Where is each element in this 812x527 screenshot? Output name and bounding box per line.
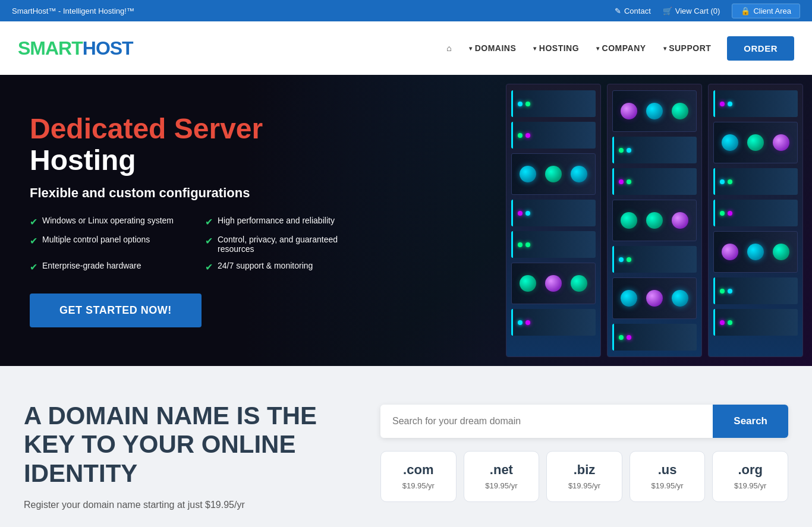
rack-unit-1 <box>506 84 601 357</box>
nav-domains[interactable]: ▾ DOMAINS <box>462 39 523 58</box>
hero-content: Dedicated Server Hosting Flexible and cu… <box>0 90 392 351</box>
brand-tagline: SmartHost™ - Intelligent Hosting!™ <box>12 7 134 15</box>
hero-subtitle: Flexible and custom configurations <box>30 185 363 201</box>
domain-right-panel: Search .com $19.95/yr .net $19.95/yr .bi… <box>380 402 788 502</box>
cart-icon: 🛒 <box>663 7 672 15</box>
edit-icon: ✎ <box>615 7 621 15</box>
tld-row: .com $19.95/yr .net $19.95/yr .biz $19.9… <box>380 451 788 502</box>
cart-link[interactable]: 🛒 View Cart (0) <box>663 7 720 15</box>
domain-search-row: Search <box>380 405 788 438</box>
hero-section: Dedicated Server Hosting Flexible and cu… <box>0 75 812 366</box>
nav-hosting[interactable]: ▾ HOSTING <box>526 39 586 58</box>
order-button[interactable]: ORDER <box>727 36 794 61</box>
tld-us[interactable]: .us $19.95/yr <box>630 451 706 502</box>
check-icon: ✔ <box>30 235 37 247</box>
top-bar: SmartHost™ - Intelligent Hosting!™ ✎ Con… <box>0 0 812 21</box>
tld-org[interactable]: .org $19.95/yr <box>712 451 788 502</box>
domain-search-input[interactable] <box>380 405 713 438</box>
feature-5: ✔Enterprise-grade hardware <box>30 261 187 273</box>
rack-unit-3 <box>708 84 803 357</box>
tld-net[interactable]: .net $19.95/yr <box>464 451 540 502</box>
tld-biz[interactable]: .biz $19.95/yr <box>546 451 622 502</box>
feature-3: ✔Multiple control panel options <box>30 235 187 254</box>
feature-1: ✔Windows or Linux operating system <box>30 216 187 228</box>
domain-subtitle: Register your domain name starting at ju… <box>24 500 345 510</box>
hero-title: Dedicated Server Hosting <box>30 113 363 176</box>
feature-2: ✔High performance and reliability <box>205 216 363 228</box>
check-icon: ✔ <box>205 261 213 273</box>
main-nav: SMARTHOST ⌂ ▾ DOMAINS ▾ HOSTING ▾ COMPAN… <box>0 21 812 75</box>
domain-search-button[interactable]: Search <box>713 405 788 438</box>
nav-support[interactable]: ▾ SUPPORT <box>656 39 719 58</box>
get-started-button[interactable]: GET STARTED NOW! <box>30 294 202 327</box>
hero-features-list: ✔Windows or Linux operating system ✔High… <box>30 216 363 273</box>
check-icon: ✔ <box>30 261 37 273</box>
chevron-down-icon: ▾ <box>469 45 473 52</box>
tld-com[interactable]: .com $19.95/yr <box>380 451 457 502</box>
domain-section: A DOMAIN NAME IS THE KEY TO YOUR ONLINE … <box>0 366 812 527</box>
check-icon: ✔ <box>30 216 37 228</box>
nav-menu: ⌂ ▾ DOMAINS ▾ HOSTING ▾ COMPANY ▾ SUPPOR <box>439 36 794 61</box>
domain-left-panel: A DOMAIN NAME IS THE KEY TO YOUR ONLINE … <box>24 402 345 510</box>
feature-6: ✔24/7 support & monitoring <box>205 261 363 273</box>
logo: SMARTHOST <box>18 37 133 59</box>
feature-4: ✔Control, privacy, and guaranteed resour… <box>205 235 363 254</box>
check-icon: ✔ <box>205 216 213 228</box>
chevron-down-icon: ▾ <box>533 45 537 52</box>
contact-link[interactable]: ✎ Contact <box>615 7 651 15</box>
check-icon: ✔ <box>205 235 213 247</box>
chevron-down-icon: ▾ <box>596 45 600 52</box>
domain-title: A DOMAIN NAME IS THE KEY TO YOUR ONLINE … <box>24 402 345 488</box>
home-icon: ⌂ <box>446 43 452 53</box>
rack-unit-2 <box>607 84 702 357</box>
lock-icon: 🔒 <box>741 7 750 15</box>
logo-text: SMARTHOST <box>18 37 133 59</box>
chevron-down-icon: ▾ <box>663 45 667 52</box>
nav-home[interactable]: ⌂ <box>439 39 459 58</box>
client-area-button[interactable]: 🔒 Client Area <box>732 4 800 18</box>
top-bar-right: ✎ Contact 🛒 View Cart (0) 🔒 Client Area <box>615 4 800 18</box>
nav-company[interactable]: ▾ COMPANY <box>589 39 653 58</box>
